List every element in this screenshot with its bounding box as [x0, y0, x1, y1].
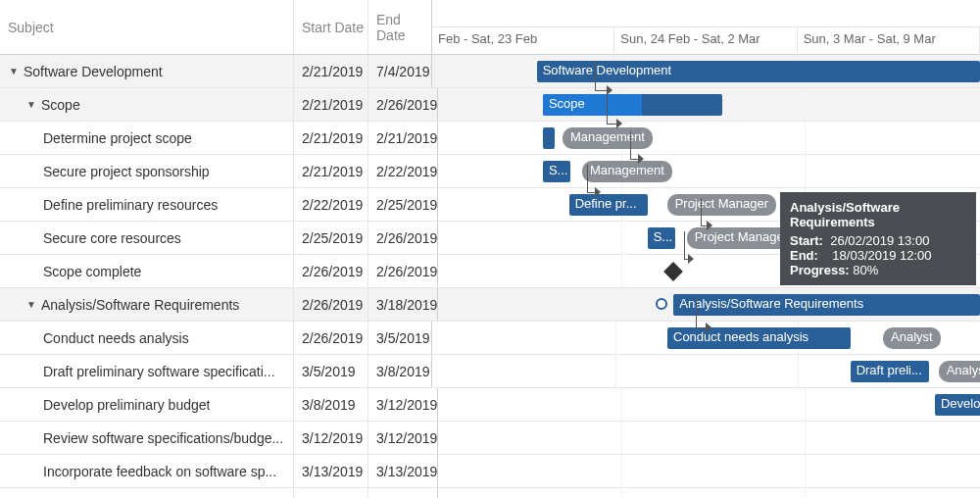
tooltip-progress-value: 80%: [853, 263, 878, 277]
bar-label: Software Development: [543, 63, 672, 77]
col-header-end[interactable]: End Date: [368, 0, 431, 54]
task-bar[interactable]: [543, 127, 555, 149]
header-row: Subject Start Date End Date Feb - Sat, 2…: [0, 0, 980, 55]
resource-pill: Management: [582, 161, 672, 182]
task-end-date: 7/4/2019: [368, 55, 431, 87]
task-subject: Draft preliminary software specificati..…: [43, 364, 275, 379]
task-tooltip: Analysis/Software Requirements Start: 26…: [780, 192, 976, 285]
table-row[interactable]: Determine project scope2/21/20192/21/201…: [0, 122, 980, 155]
timeline-lane[interactable]: [438, 422, 980, 454]
timeline-lane[interactable]: [438, 455, 980, 487]
timeline-lane[interactable]: [438, 488, 980, 498]
summary-bar[interactable]: Scope: [543, 94, 722, 116]
task-subject: Define preliminary resources: [43, 197, 218, 213]
table-row[interactable]: Conduct needs analysis2/26/20193/5/2019C…: [0, 322, 980, 355]
task-subject: Incorporate feedback on software sp...: [43, 464, 276, 479]
task-bar[interactable]: Develo: [935, 394, 980, 416]
expand-toggle-icon[interactable]: ▼: [25, 99, 37, 110]
task-subject: Determine project scope: [43, 130, 192, 146]
task-bar[interactable]: S...: [543, 161, 570, 182]
timeline-lane[interactable]: Develo: [438, 388, 980, 421]
task-start-date: 2/26/2019: [294, 288, 368, 321]
table-row[interactable]: Develop delivery timeline3/14/20193/14/2…: [0, 488, 980, 498]
table-row[interactable]: ▼Software Development2/21/20197/4/2019So…: [0, 55, 980, 88]
task-start-date: 2/21/2019: [294, 55, 368, 87]
col-header-subject[interactable]: Subject: [0, 0, 294, 54]
timeline-lane[interactable]: Management: [438, 122, 980, 154]
task-bar[interactable]: S...: [648, 227, 675, 249]
summary-bar[interactable]: Analysis/Software Requirements: [673, 294, 980, 316]
bar-label: Define pr...: [575, 196, 637, 211]
task-start-date: 3/8/2019: [294, 388, 368, 421]
timeline-lane[interactable]: Conduct needs analysisAnalyst: [432, 322, 980, 354]
table-row[interactable]: ▼Scope2/21/20192/26/2019Scope: [0, 88, 980, 122]
table-row[interactable]: ▼Analysis/Software Requirements2/26/2019…: [0, 288, 980, 322]
task-end-date: 2/26/2019: [368, 88, 437, 121]
task-subject: Review software specifications/budge...: [43, 430, 283, 446]
bar-label: Scope: [549, 96, 585, 111]
tooltip-progress-label: Progress:: [790, 263, 850, 277]
task-start-date: 2/25/2019: [294, 222, 368, 254]
bar-label: S...: [654, 229, 673, 244]
task-bar[interactable]: Define pr...: [569, 194, 648, 216]
task-end-date: 2/21/2019: [368, 122, 437, 154]
task-end-date: 2/26/2019: [368, 255, 437, 287]
col-header-start[interactable]: Start Date: [294, 0, 368, 54]
bar-label: Conduct needs analysis: [673, 329, 808, 344]
task-start-date: 2/21/2019: [294, 122, 368, 154]
task-subject: Conduct needs analysis: [43, 330, 189, 346]
timeline-cell: Sun, 24 Feb - Sat, 2 Mar: [614, 27, 797, 55]
timeline-cell: Sun, 3 Mar - Sat, 9 Mar: [798, 27, 980, 55]
task-start-date: 3/5/2019: [294, 355, 368, 387]
task-start-date: 2/26/2019: [294, 255, 368, 287]
table-row[interactable]: Incorporate feedback on software sp...3/…: [0, 455, 980, 488]
task-subject: Analysis/Software Requirements: [41, 297, 239, 313]
timeline-header[interactable]: Feb - Sat, 23 Feb Sun, 24 Feb - Sat, 2 M…: [432, 0, 980, 54]
gantt-chart: Subject Start Date End Date Feb - Sat, 2…: [0, 0, 980, 498]
task-bar[interactable]: Draft preli...: [851, 361, 929, 382]
task-end-date: 3/14/2019: [368, 488, 437, 498]
expand-toggle-icon[interactable]: ▼: [25, 299, 37, 310]
task-end-date: 3/13/2019: [368, 455, 437, 487]
task-end-date: 2/22/2019: [368, 155, 437, 187]
task-bar[interactable]: Conduct needs analysis: [667, 327, 851, 349]
task-end-date: 3/8/2019: [368, 355, 431, 387]
expand-toggle-icon[interactable]: ▼: [8, 66, 20, 76]
task-start-date: 3/14/2019: [294, 488, 368, 498]
timeline-lane[interactable]: Analysis/Software Requirements: [438, 288, 980, 321]
bar-label: Draft preli...: [857, 363, 922, 377]
timeline-lane[interactable]: Scope: [438, 88, 980, 121]
resource-pill: Management: [563, 127, 653, 149]
timeline-lane[interactable]: Draft preli...Analyst: [432, 355, 980, 387]
task-subject: Software Development: [24, 64, 163, 79]
table-row[interactable]: Develop preliminary budget3/8/20193/12/2…: [0, 388, 980, 422]
bar-label: Analysis/Software Requirements: [679, 296, 863, 311]
task-subject: Scope complete: [43, 264, 141, 279]
milestone-marker[interactable]: [663, 262, 683, 281]
tooltip-end-value: 18/03/2019 12:00: [832, 248, 931, 263]
task-subject: Secure project sponsorship: [43, 164, 210, 179]
task-subject: Scope: [41, 97, 80, 113]
tooltip-title: Analysis/Software Requirements: [790, 200, 966, 229]
task-subject: Develop preliminary budget: [43, 397, 210, 413]
task-start-date: 2/26/2019: [294, 322, 368, 354]
timeline-lane[interactable]: Software Development: [432, 55, 980, 87]
link-marker-icon: [656, 298, 667, 310]
timeline-lane[interactable]: S...Management: [438, 155, 980, 187]
table-row[interactable]: Draft preliminary software specificati..…: [0, 355, 980, 388]
task-start-date: 3/13/2019: [294, 455, 368, 487]
tooltip-end-label: End:: [790, 248, 818, 263]
resource-pill: Project Manager: [667, 194, 776, 216]
task-end-date: 2/26/2019: [368, 222, 437, 254]
table-row[interactable]: Secure project sponsorship2/21/20192/22/…: [0, 155, 980, 188]
table-row[interactable]: Review software specifications/budge...3…: [0, 422, 980, 455]
summary-bar[interactable]: Software Development: [537, 61, 980, 82]
bar-label: S...: [549, 163, 568, 177]
tooltip-start-value: 26/02/2019 13:00: [830, 233, 929, 248]
task-end-date: 3/5/2019: [368, 322, 431, 354]
resource-pill: Analyst: [939, 361, 980, 382]
bar-label: Develo: [941, 396, 980, 411]
task-start-date: 2/21/2019: [294, 155, 368, 187]
resource-pill: Analyst: [883, 327, 941, 349]
tooltip-start-label: Start:: [790, 233, 823, 248]
